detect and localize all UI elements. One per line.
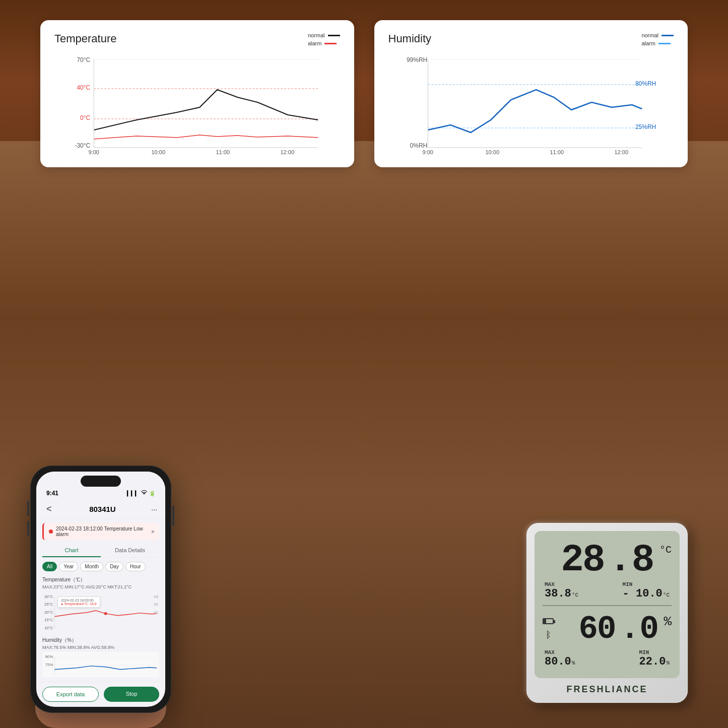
device-container: 28 .8 °C MAX 38.8 °C MIN - 10.0 °C — [526, 523, 688, 703]
humidity-stats-text: MAX:76.5% MIN:38.8% AVG:58.8% — [42, 645, 114, 650]
humidity-alarm-line — [658, 43, 671, 44]
filter-hour[interactable]: Hour — [125, 562, 146, 571]
filter-month[interactable]: Month — [80, 562, 103, 571]
min-humidity-value: 22.0 — [639, 655, 666, 668]
temp-normal-label: normal — [308, 32, 325, 38]
max-temp-value: 38.8 — [545, 587, 571, 600]
svg-text:9:00: 9:00 — [89, 149, 99, 155]
humidity-legend-alarm: alarm — [641, 40, 674, 46]
svg-text:12:00: 12:00 — [280, 149, 294, 155]
svg-text:80%RH: 80%RH — [635, 80, 655, 87]
export-data-button[interactable]: Export data — [42, 687, 99, 702]
tab-chart[interactable]: Chart — [42, 544, 101, 557]
humidity-legend-normal: normal — [641, 32, 674, 38]
battery-icon — [543, 618, 554, 624]
mini-humidity-chart: 80% 75% — [42, 652, 159, 677]
signal-icon: ▎▎▎ — [127, 491, 139, 496]
humidity-chart-title: Humidity — [388, 32, 432, 45]
humidity-decimal: .0 — [620, 611, 659, 647]
alert-text: 2024-02-23 18:12:00 Temperature Low alar… — [56, 526, 148, 537]
humidity-chart-area: 99%RH 0%RH 80%RH 25%RH 9:00 10:00 11:00 … — [388, 54, 674, 155]
battery-icon: 🔋 — [149, 491, 155, 496]
phone-nav: < 80341U ··· — [36, 499, 165, 519]
max-temp-label: MAX — [545, 581, 578, 587]
alert-banner[interactable]: 2024-02-23 18:12:00 Temperature Low alar… — [42, 523, 159, 540]
humidity-section: ᛒ 60 .0 % — [543, 611, 672, 647]
bluetooth-icon: ᛒ — [546, 630, 551, 640]
svg-text:25%RH: 25%RH — [635, 123, 655, 130]
temperature-chart-title: Temperature — [54, 32, 117, 45]
filter-all[interactable]: All — [42, 562, 57, 571]
temperature-svg: 70°C 40°C 0°C -30°C 9:00 10:00 11:00 12:… — [54, 54, 340, 155]
svg-text:0%RH: 0%RH — [410, 142, 427, 149]
phone-title: 80341U — [54, 505, 152, 513]
phone-actions: Export data Stop — [36, 681, 165, 707]
device-icons: ᛒ — [543, 618, 554, 640]
svg-text:10°C: 10°C — [44, 626, 53, 630]
temp-alarm-label: alarm — [308, 40, 322, 46]
humidity-normal-label: normal — [641, 32, 658, 38]
svg-text:0°C: 0°C — [80, 114, 90, 121]
svg-text:10:00: 10:00 — [485, 149, 499, 155]
svg-text:15°C: 15°C — [44, 618, 53, 622]
humidity-value-area: 60 .0 % — [558, 611, 672, 647]
max-temp-section: MAX 38.8 °C — [545, 581, 578, 600]
humidity-svg: 99%RH 0%RH 80%RH 25%RH 9:00 10:00 11:00 … — [388, 54, 674, 155]
humidity-chart-header: Humidity normal alarm — [388, 32, 674, 46]
svg-text:75%: 75% — [45, 663, 53, 667]
max-humidity-value: 80.0 — [545, 655, 571, 668]
device-body: 28 .8 °C MAX 38.8 °C MIN - 10.0 °C — [526, 523, 688, 703]
temperature-chart-header: Temperature normal alarm — [54, 32, 340, 46]
humidity-legend: normal alarm — [641, 32, 674, 46]
svg-text:25°C: 25°C — [44, 602, 53, 607]
humidity-minmax-row: MAX 80.0 % MIN 22.0 % — [543, 649, 672, 668]
svg-text:H2: H2 — [154, 603, 158, 606]
min-temp-unit: °C — [663, 592, 670, 598]
svg-text:11:00: 11:00 — [550, 149, 564, 155]
humidity-normal-line — [661, 35, 674, 36]
min-temp-value-group: - 10.0 °C — [623, 587, 670, 600]
temperature-chart-card: Temperature normal alarm 70°C 40°C 0°C -… — [40, 20, 354, 167]
svg-text:11:00: 11:00 — [216, 149, 230, 155]
temp-stats: MAX:23°C MIN:17°C AVG:20°C MKT:21.2°C — [36, 584, 165, 589]
charts-area: Temperature normal alarm 70°C 40°C 0°C -… — [40, 20, 688, 167]
wifi-icon — [141, 490, 147, 496]
menu-button[interactable]: ··· — [151, 505, 157, 513]
stop-button[interactable]: Stop — [104, 687, 159, 702]
svg-text:20°C: 20°C — [44, 610, 53, 615]
filter-day[interactable]: Day — [105, 562, 123, 571]
humidity-section-label: Humidity（%） — [36, 636, 165, 645]
svg-text:12:00: 12:00 — [614, 149, 628, 155]
svg-text:80%: 80% — [45, 654, 53, 659]
main-temp-decimal: .8 — [609, 539, 654, 582]
svg-text:30°C: 30°C — [44, 594, 53, 599]
min-temp-section: MIN - 10.0 °C — [623, 581, 670, 600]
humidity-value: 60 — [579, 611, 616, 647]
humidity-alarm-label: alarm — [641, 40, 655, 46]
temperature-chart-area: 70°C 40°C 0°C -30°C 9:00 10:00 11:00 12:… — [54, 54, 340, 155]
temp-stats-text: MAX:23°C MIN:17°C AVG:20°C MKT:21.2°C — [42, 584, 131, 589]
min-humidity-unit: % — [666, 660, 670, 666]
min-humidity-value-group: 22.0 % — [639, 655, 670, 668]
back-button[interactable]: < — [44, 504, 54, 514]
phone-time: 9:41 — [46, 490, 58, 497]
svg-text:40°C: 40°C — [77, 84, 90, 91]
temp-alarm-line — [324, 43, 337, 44]
chart-tooltip: 2024-02-23 18:00:00 ● Temperature°C: 16.… — [57, 597, 100, 608]
max-humidity-value-group: 80.0 % — [545, 655, 575, 668]
tooltip-date: 2024-02-23 18:00:00 — [61, 599, 97, 602]
temp-normal-line — [328, 35, 340, 36]
svg-text:9:00: 9:00 — [422, 149, 433, 155]
tab-data-details[interactable]: Data Details — [101, 544, 159, 557]
main-temp-display: 28 .8 °C — [543, 541, 672, 579]
svg-text:-30°C: -30°C — [75, 142, 90, 149]
phone-body: 9:41 ▎▎▎ 🔋 < 80341U ··· 2024-02-23 18:12… — [30, 466, 171, 713]
temp-minmax-row: MAX 38.8 °C MIN - 10.0 °C — [543, 581, 672, 600]
tooltip-value: ● Temperature°C: 16.8 — [61, 602, 97, 606]
max-humidity-section: MAX 80.0 % — [545, 649, 575, 668]
phone-screen: 9:41 ▎▎▎ 🔋 < 80341U ··· 2024-02-23 18:12… — [36, 472, 165, 707]
filter-year[interactable]: Year — [59, 562, 78, 571]
temp-legend-alarm: alarm — [308, 40, 340, 46]
humidity-stats: MAX:76.5% MIN:38.8% AVG:58.8% — [36, 645, 165, 650]
svg-text:70°C: 70°C — [77, 56, 90, 63]
